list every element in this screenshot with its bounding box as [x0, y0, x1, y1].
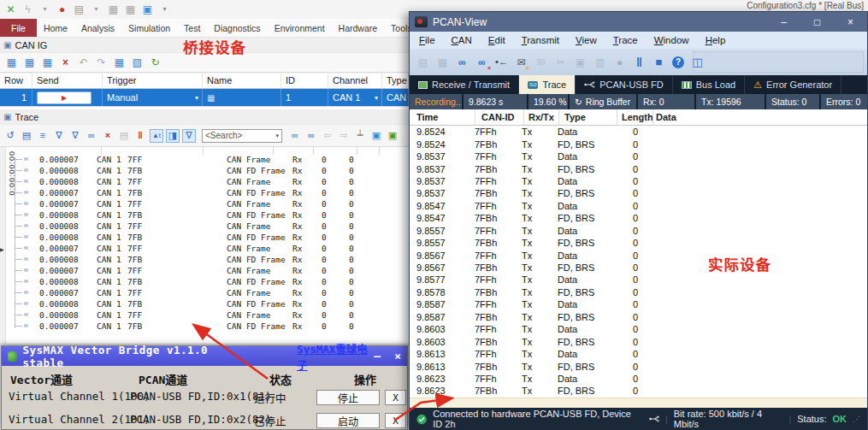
- trace-row[interactable]: ✉ 0.000007 CAN 1 7FF CAN Frame Rx 0 0: [0, 198, 409, 209]
- pcan-titlebar[interactable]: PCAN-View – □ ×: [410, 12, 867, 32]
- canig-type-cell[interactable]: CAN FD: [382, 89, 409, 106]
- trace-row[interactable]: ✉ 0.000008 CAN 1 7FB CAN FD Frame Rx 0 0: [0, 298, 409, 309]
- open-dropdown-icon[interactable]: ▾: [90, 3, 103, 16]
- pcan-trace-row[interactable]: 9.8577 7FFh Tx Data 0: [410, 274, 867, 286]
- tab-error-generator[interactable]: ⚠ Error Generator: [745, 75, 841, 94]
- find-icon[interactable]: ∞: [85, 129, 98, 143]
- add-fd-row-icon[interactable]: ▦: [23, 56, 36, 69]
- delete-icon[interactable]: ×: [101, 129, 115, 143]
- pcan-trace-row[interactable]: 9.8557 7FBh Tx FD, BRS 0: [410, 237, 867, 249]
- window-config-icon[interactable]: ▣: [386, 129, 399, 143]
- save-icon[interactable]: ▦: [436, 56, 449, 69]
- undo-icon[interactable]: ↶: [77, 56, 90, 69]
- canig-name-cell[interactable]: ▦: [203, 89, 281, 106]
- open-icon[interactable]: ▤: [416, 56, 429, 69]
- add-row-icon[interactable]: ▦: [5, 56, 18, 69]
- trace-row[interactable]: ✉ 0.000008 CAN 1 7FB CAN FD Frame Rx 0 0: [0, 254, 409, 265]
- close-button[interactable]: ×: [834, 12, 867, 32]
- trace-row[interactable]: ✉ 0.000008 CAN 1 7FB CAN FD Frame Rx 0 0: [0, 165, 409, 176]
- filter-icon[interactable]: ∇: [52, 129, 66, 143]
- menu-item[interactable]: Transmit: [522, 35, 559, 45]
- tab-pcan-usb-fd[interactable]: PCAN-USB FD: [576, 75, 673, 94]
- canig-id-cell[interactable]: 1: [281, 89, 328, 106]
- trace-row[interactable]: ✉ 0.000008 CAN 1 7FB CAN FD Frame Rx 0 0: [0, 232, 409, 243]
- record-icon[interactable]: ●: [56, 3, 68, 16]
- load-sequence-icon[interactable]: ▦: [113, 56, 126, 69]
- pcan-trace-row[interactable]: 9.8547 7FFh Tx Data 0: [410, 200, 867, 212]
- new-window-icon[interactable]: ▣: [369, 129, 383, 143]
- ribbon-tab[interactable]: File: [0, 19, 37, 37]
- maximize-button[interactable]: □: [800, 12, 834, 32]
- redo-icon[interactable]: ↷: [95, 56, 108, 69]
- trace-row[interactable]: ✉ 0.000007 CAN 1 7FB CAN FD Frame Rx 0 0: [0, 187, 409, 198]
- ribbon-tab[interactable]: Simulation: [121, 19, 177, 37]
- pause-icon[interactable]: ‖: [633, 56, 646, 69]
- trace-row[interactable]: ✉ 0.000008 CAN 1 7FF CAN Frame Rx 0 0: [0, 176, 409, 187]
- pcan-trace-row[interactable]: 9.8578 7FBh Tx FD, BRS 0: [410, 286, 867, 298]
- resize-grip[interactable]: ⋰: [853, 415, 860, 423]
- start-dropdown-icon[interactable]: ▾: [38, 3, 51, 16]
- menu-item[interactable]: Trace: [613, 35, 638, 45]
- trace-search-input[interactable]: <Search> ▾: [202, 129, 282, 143]
- pcan-trace-row[interactable]: 9.8567 7FFh Tx Data 0: [410, 249, 867, 261]
- pcan-trace-row[interactable]: 9.8623 7FBh Tx FD, BRS 0: [410, 385, 867, 397]
- nav-forward-icon[interactable]: ⇨: [337, 129, 351, 143]
- save-all-icon[interactable]: ▦: [124, 3, 137, 16]
- clear-icon[interactable]: ↺: [3, 129, 17, 143]
- qat-overflow-icon[interactable]: ▾: [158, 3, 171, 16]
- canoe-logo-icon[interactable]: ✕: [4, 3, 17, 16]
- chevron-down-icon[interactable]: ▾: [195, 94, 198, 102]
- pcan-trace-row[interactable]: 9.8603 7FBh Tx FD, BRS 0: [410, 335, 867, 347]
- trace-row[interactable]: ✉ 0.000007 CAN 1 7FB CAN FD Frame Rx 0 0: [0, 321, 409, 332]
- canig-trigger-cell[interactable]: Manual ▾: [103, 89, 203, 106]
- start-stop-button[interactable]: 启动: [316, 413, 380, 428]
- sync-icon[interactable]: ↻: [149, 56, 162, 69]
- save-icon[interactable]: ▦: [107, 3, 120, 16]
- canig-channel-cell[interactable]: CAN 1 ▾: [328, 89, 382, 106]
- col-can-id[interactable]: CAN-ID: [481, 112, 515, 122]
- nav-back-icon[interactable]: ⇦: [321, 129, 334, 143]
- ribbon-tab[interactable]: Home: [37, 19, 74, 37]
- pcan-trace-row[interactable]: 9.8587 7FFh Tx Data 0: [410, 298, 867, 310]
- remove-button[interactable]: X: [385, 390, 406, 405]
- trace-row[interactable]: ✉ 0.000007 CAN 1 7FF CAN Frame Rx 0 0: [0, 243, 409, 254]
- canig-column-header[interactable]: Row: [0, 74, 32, 88]
- send-button[interactable]: ▶: [37, 91, 92, 104]
- pcan-trace-row[interactable]: 9.8537 7FFh Tx Data 0: [410, 175, 867, 187]
- remove-button[interactable]: X: [385, 413, 406, 428]
- pcan-trace-row[interactable]: 9.8524 7FFh Tx Data 0: [410, 126, 867, 138]
- canig-column-header[interactable]: Type: [382, 74, 409, 88]
- find-prev-icon[interactable]: ∞: [288, 129, 302, 143]
- tab-receive-transmit[interactable]: Receive / Transmit: [410, 75, 519, 94]
- tab-bus-load[interactable]: Bus Load: [673, 75, 745, 94]
- trace-row[interactable]: ✉ 0.000008 CAN 1 7FB CAN FD Frame Rx 0 0: [0, 209, 409, 221]
- detail-view-icon[interactable]: ◨: [166, 129, 180, 143]
- menu-item[interactable]: Help: [706, 35, 726, 45]
- canig-column-header[interactable]: Name: [203, 74, 281, 88]
- find-next-icon[interactable]: ∞: [304, 129, 318, 143]
- paste-icon[interactable]: ▥: [593, 56, 606, 69]
- ribbon-tab[interactable]: Analysis: [74, 19, 121, 37]
- ribbon-tab[interactable]: Test: [177, 19, 207, 37]
- trace-row[interactable]: ✉ 0.000008 CAN 1 7FF CAN Frame Rx 0 0: [0, 221, 409, 232]
- cut-icon[interactable]: ✂: [554, 56, 567, 69]
- pcan-trace-row[interactable]: 9.8613 7FBh Tx FD, BRS 0: [410, 360, 867, 372]
- save-sequence-icon[interactable]: ▧: [131, 56, 144, 69]
- trace-row[interactable]: ✉ 0.000007 CAN 1 7FF CAN Frame Rx 0 0: [0, 287, 409, 298]
- add-remote-row-icon[interactable]: ▦: [41, 56, 54, 69]
- time-mode-icon[interactable]: ▲t: [150, 129, 163, 143]
- minimize-button[interactable]: –: [374, 350, 381, 362]
- close-button[interactable]: ×: [394, 350, 401, 362]
- trace-row[interactable]: ✉ 0.000008 CAN 1 7FB CAN FD Frame Rx 0 0: [0, 276, 409, 287]
- menu-item[interactable]: View: [576, 35, 597, 45]
- connect-icon[interactable]: ∞: [456, 56, 469, 69]
- sysmax-titlebar[interactable]: SysMAX Vector Bridge v1.1.0 stable SysMA…: [2, 346, 407, 366]
- edit-message-icon[interactable]: ✉: [534, 56, 547, 69]
- stop-filter-icon[interactable]: ∇: [68, 129, 82, 143]
- disconnect-icon[interactable]: ∞×: [475, 56, 488, 69]
- col-time[interactable]: Time: [416, 112, 438, 122]
- pcan-trace-row[interactable]: 9.8613 7FFh Tx Data 0: [410, 348, 867, 360]
- pcan-trace-row[interactable]: 9.8537 7FBh Tx FD, BRS 0: [410, 187, 867, 199]
- tab-trace[interactable]: 010 Trace: [519, 75, 576, 94]
- open-icon[interactable]: ▤: [73, 3, 86, 16]
